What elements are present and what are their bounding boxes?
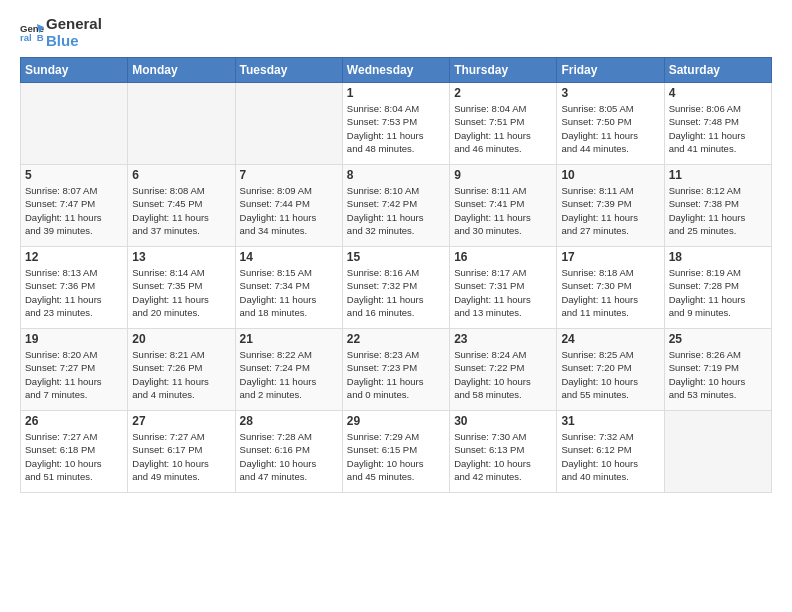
- day-number: 24: [561, 332, 659, 346]
- logo-line1: General: [46, 16, 102, 33]
- day-number: 28: [240, 414, 338, 428]
- calendar-cell: 15Sunrise: 8:16 AM Sunset: 7:32 PM Dayli…: [342, 247, 449, 329]
- calendar-cell: 7Sunrise: 8:09 AM Sunset: 7:44 PM Daylig…: [235, 165, 342, 247]
- calendar-cell: 28Sunrise: 7:28 AM Sunset: 6:16 PM Dayli…: [235, 411, 342, 493]
- day-info: Sunrise: 8:17 AM Sunset: 7:31 PM Dayligh…: [454, 266, 552, 319]
- calendar-cell: 4Sunrise: 8:06 AM Sunset: 7:48 PM Daylig…: [664, 83, 771, 165]
- day-number: 4: [669, 86, 767, 100]
- calendar-cell: 25Sunrise: 8:26 AM Sunset: 7:19 PM Dayli…: [664, 329, 771, 411]
- day-info: Sunrise: 8:14 AM Sunset: 7:35 PM Dayligh…: [132, 266, 230, 319]
- calendar-cell: 10Sunrise: 8:11 AM Sunset: 7:39 PM Dayli…: [557, 165, 664, 247]
- calendar-week-3: 12Sunrise: 8:13 AM Sunset: 7:36 PM Dayli…: [21, 247, 772, 329]
- day-info: Sunrise: 8:06 AM Sunset: 7:48 PM Dayligh…: [669, 102, 767, 155]
- day-number: 15: [347, 250, 445, 264]
- calendar-cell: 2Sunrise: 8:04 AM Sunset: 7:51 PM Daylig…: [450, 83, 557, 165]
- day-number: 26: [25, 414, 123, 428]
- day-info: Sunrise: 8:04 AM Sunset: 7:53 PM Dayligh…: [347, 102, 445, 155]
- day-number: 12: [25, 250, 123, 264]
- day-info: Sunrise: 8:24 AM Sunset: 7:22 PM Dayligh…: [454, 348, 552, 401]
- day-number: 17: [561, 250, 659, 264]
- day-header-saturday: Saturday: [664, 58, 771, 83]
- calendar-cell: 6Sunrise: 8:08 AM Sunset: 7:45 PM Daylig…: [128, 165, 235, 247]
- day-number: 25: [669, 332, 767, 346]
- day-header-thursday: Thursday: [450, 58, 557, 83]
- day-info: Sunrise: 8:26 AM Sunset: 7:19 PM Dayligh…: [669, 348, 767, 401]
- day-number: 29: [347, 414, 445, 428]
- calendar-cell: 1Sunrise: 8:04 AM Sunset: 7:53 PM Daylig…: [342, 83, 449, 165]
- day-info: Sunrise: 8:25 AM Sunset: 7:20 PM Dayligh…: [561, 348, 659, 401]
- day-number: 14: [240, 250, 338, 264]
- day-number: 23: [454, 332, 552, 346]
- calendar-cell: 26Sunrise: 7:27 AM Sunset: 6:18 PM Dayli…: [21, 411, 128, 493]
- day-number: 21: [240, 332, 338, 346]
- day-number: 13: [132, 250, 230, 264]
- calendar-cell: 3Sunrise: 8:05 AM Sunset: 7:50 PM Daylig…: [557, 83, 664, 165]
- day-number: 20: [132, 332, 230, 346]
- page: Gene ral B General Blue SundayMondayTues…: [0, 0, 792, 612]
- calendar-cell: 17Sunrise: 8:18 AM Sunset: 7:30 PM Dayli…: [557, 247, 664, 329]
- day-info: Sunrise: 8:22 AM Sunset: 7:24 PM Dayligh…: [240, 348, 338, 401]
- day-info: Sunrise: 8:12 AM Sunset: 7:38 PM Dayligh…: [669, 184, 767, 237]
- day-info: Sunrise: 8:20 AM Sunset: 7:27 PM Dayligh…: [25, 348, 123, 401]
- calendar-cell: 5Sunrise: 8:07 AM Sunset: 7:47 PM Daylig…: [21, 165, 128, 247]
- calendar-cell: 9Sunrise: 8:11 AM Sunset: 7:41 PM Daylig…: [450, 165, 557, 247]
- calendar-cell: 11Sunrise: 8:12 AM Sunset: 7:38 PM Dayli…: [664, 165, 771, 247]
- day-info: Sunrise: 8:04 AM Sunset: 7:51 PM Dayligh…: [454, 102, 552, 155]
- day-info: Sunrise: 8:08 AM Sunset: 7:45 PM Dayligh…: [132, 184, 230, 237]
- calendar-cell: 21Sunrise: 8:22 AM Sunset: 7:24 PM Dayli…: [235, 329, 342, 411]
- calendar-cell: 23Sunrise: 8:24 AM Sunset: 7:22 PM Dayli…: [450, 329, 557, 411]
- day-info: Sunrise: 7:28 AM Sunset: 6:16 PM Dayligh…: [240, 430, 338, 483]
- day-number: 22: [347, 332, 445, 346]
- day-info: Sunrise: 8:10 AM Sunset: 7:42 PM Dayligh…: [347, 184, 445, 237]
- calendar-cell: [664, 411, 771, 493]
- calendar-cell: 8Sunrise: 8:10 AM Sunset: 7:42 PM Daylig…: [342, 165, 449, 247]
- day-number: 8: [347, 168, 445, 182]
- day-number: 1: [347, 86, 445, 100]
- day-number: 30: [454, 414, 552, 428]
- day-header-monday: Monday: [128, 58, 235, 83]
- calendar-header-row: SundayMondayTuesdayWednesdayThursdayFrid…: [21, 58, 772, 83]
- day-number: 9: [454, 168, 552, 182]
- day-info: Sunrise: 8:21 AM Sunset: 7:26 PM Dayligh…: [132, 348, 230, 401]
- day-number: 11: [669, 168, 767, 182]
- calendar-cell: 16Sunrise: 8:17 AM Sunset: 7:31 PM Dayli…: [450, 247, 557, 329]
- day-number: 3: [561, 86, 659, 100]
- calendar-cell: 31Sunrise: 7:32 AM Sunset: 6:12 PM Dayli…: [557, 411, 664, 493]
- day-number: 16: [454, 250, 552, 264]
- day-info: Sunrise: 7:29 AM Sunset: 6:15 PM Dayligh…: [347, 430, 445, 483]
- calendar-cell: 18Sunrise: 8:19 AM Sunset: 7:28 PM Dayli…: [664, 247, 771, 329]
- calendar-cell: 19Sunrise: 8:20 AM Sunset: 7:27 PM Dayli…: [21, 329, 128, 411]
- calendar-week-5: 26Sunrise: 7:27 AM Sunset: 6:18 PM Dayli…: [21, 411, 772, 493]
- day-info: Sunrise: 8:15 AM Sunset: 7:34 PM Dayligh…: [240, 266, 338, 319]
- day-info: Sunrise: 8:19 AM Sunset: 7:28 PM Dayligh…: [669, 266, 767, 319]
- calendar-cell: 30Sunrise: 7:30 AM Sunset: 6:13 PM Dayli…: [450, 411, 557, 493]
- day-info: Sunrise: 8:09 AM Sunset: 7:44 PM Dayligh…: [240, 184, 338, 237]
- calendar-cell: 24Sunrise: 8:25 AM Sunset: 7:20 PM Dayli…: [557, 329, 664, 411]
- day-info: Sunrise: 8:11 AM Sunset: 7:39 PM Dayligh…: [561, 184, 659, 237]
- day-number: 18: [669, 250, 767, 264]
- calendar-cell: [128, 83, 235, 165]
- day-header-friday: Friday: [557, 58, 664, 83]
- calendar-cell: 29Sunrise: 7:29 AM Sunset: 6:15 PM Dayli…: [342, 411, 449, 493]
- calendar-cell: 22Sunrise: 8:23 AM Sunset: 7:23 PM Dayli…: [342, 329, 449, 411]
- calendar-cell: 27Sunrise: 7:27 AM Sunset: 6:17 PM Dayli…: [128, 411, 235, 493]
- calendar-week-1: 1Sunrise: 8:04 AM Sunset: 7:53 PM Daylig…: [21, 83, 772, 165]
- calendar: SundayMondayTuesdayWednesdayThursdayFrid…: [20, 57, 772, 493]
- day-number: 19: [25, 332, 123, 346]
- day-info: Sunrise: 7:32 AM Sunset: 6:12 PM Dayligh…: [561, 430, 659, 483]
- day-info: Sunrise: 8:13 AM Sunset: 7:36 PM Dayligh…: [25, 266, 123, 319]
- header: Gene ral B General Blue: [20, 16, 772, 49]
- calendar-cell: [235, 83, 342, 165]
- day-info: Sunrise: 8:05 AM Sunset: 7:50 PM Dayligh…: [561, 102, 659, 155]
- svg-text:B: B: [37, 32, 44, 43]
- calendar-cell: 14Sunrise: 8:15 AM Sunset: 7:34 PM Dayli…: [235, 247, 342, 329]
- logo-line2: Blue: [46, 33, 102, 50]
- calendar-cell: 13Sunrise: 8:14 AM Sunset: 7:35 PM Dayli…: [128, 247, 235, 329]
- day-info: Sunrise: 8:23 AM Sunset: 7:23 PM Dayligh…: [347, 348, 445, 401]
- day-number: 7: [240, 168, 338, 182]
- day-info: Sunrise: 8:16 AM Sunset: 7:32 PM Dayligh…: [347, 266, 445, 319]
- svg-text:ral: ral: [20, 32, 32, 43]
- day-info: Sunrise: 8:18 AM Sunset: 7:30 PM Dayligh…: [561, 266, 659, 319]
- day-info: Sunrise: 8:11 AM Sunset: 7:41 PM Dayligh…: [454, 184, 552, 237]
- calendar-cell: 20Sunrise: 8:21 AM Sunset: 7:26 PM Dayli…: [128, 329, 235, 411]
